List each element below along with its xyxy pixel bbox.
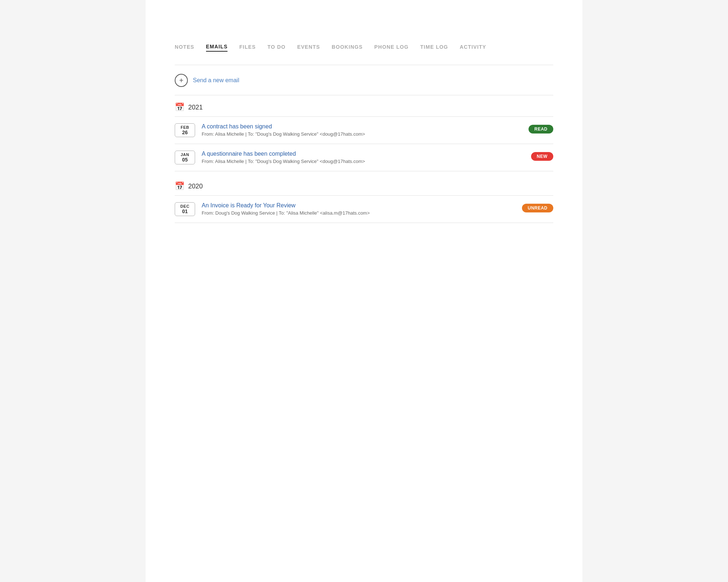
tab-bookings[interactable]: BOOKINGS xyxy=(332,44,363,51)
tab-notes[interactable]: NOTES xyxy=(175,44,194,51)
date-badge: FEB26 xyxy=(175,123,195,137)
tab-emails[interactable]: EMAILS xyxy=(206,44,228,52)
status-badge: READ xyxy=(529,125,553,133)
email-status-badge-wrap: READ xyxy=(529,123,553,133)
email-item[interactable]: FEB26A contract has been signedFrom: Ali… xyxy=(175,117,553,144)
email-content: An Invoice is Ready for Your ReviewFrom:… xyxy=(202,202,515,216)
date-month: JAN xyxy=(181,152,189,157)
tab-timelog[interactable]: TIME LOG xyxy=(420,44,448,51)
date-month: FEB xyxy=(181,125,189,129)
date-badge: DEC01 xyxy=(175,202,195,216)
email-status-badge-wrap: NEW xyxy=(531,151,553,161)
status-badge: UNREAD xyxy=(522,204,553,212)
tab-phonelog[interactable]: PHONE LOG xyxy=(374,44,408,51)
date-day: 01 xyxy=(182,208,188,214)
tab-bar: NOTESEMAILSFILESTO DOEVENTSBOOKINGSPHONE… xyxy=(175,44,553,52)
email-divider xyxy=(175,171,553,171)
year-row-2021: 📅2021 xyxy=(175,103,553,116)
year-section-2020: 📅2020DEC01An Invoice is Ready for Your R… xyxy=(175,174,553,226)
email-subject: A questionnaire has been completed xyxy=(202,151,525,157)
date-day: 05 xyxy=(182,157,188,163)
status-badge: NEW xyxy=(531,152,553,161)
email-subject: A contract has been signed xyxy=(202,123,522,130)
add-email-button[interactable]: + xyxy=(175,74,188,87)
date-badge: JAN05 xyxy=(175,151,195,164)
tab-activity[interactable]: ACTIVITY xyxy=(460,44,486,51)
email-status-badge-wrap: UNREAD xyxy=(522,202,553,212)
date-month: DEC xyxy=(181,204,190,208)
calendar-icon: 📅 xyxy=(175,182,185,191)
year-sections: 📅2021FEB26A contract has been signedFrom… xyxy=(175,95,553,226)
email-item[interactable]: JAN05A questionnaire has been completedF… xyxy=(175,144,553,171)
plus-icon: + xyxy=(179,76,183,85)
email-meta: From: Alisa Michelle | To: "Doug's Dog W… xyxy=(202,159,525,164)
email-meta: From: Alisa Michelle | To: "Doug's Dog W… xyxy=(202,131,522,137)
year-row-2020: 📅2020 xyxy=(175,182,553,195)
tab-files[interactable]: FILES xyxy=(239,44,256,51)
date-day: 26 xyxy=(182,129,188,135)
year-label: 2021 xyxy=(188,104,203,111)
new-email-label[interactable]: Send a new email xyxy=(193,77,239,84)
tab-todo[interactable]: TO DO xyxy=(268,44,286,51)
email-meta: From: Doug's Dog Walking Service | To: "… xyxy=(202,210,515,216)
email-content: A questionnaire has been completedFrom: … xyxy=(202,151,525,164)
year-section-2021: 📅2021FEB26A contract has been signedFrom… xyxy=(175,95,553,174)
tab-events[interactable]: EVENTS xyxy=(297,44,320,51)
year-label: 2020 xyxy=(188,183,203,190)
new-email-row: + Send a new email xyxy=(175,65,553,95)
email-divider xyxy=(175,223,553,223)
page-wrapper: NOTESEMAILSFILESTO DOEVENTSBOOKINGSPHONE… xyxy=(146,0,582,582)
email-content: A contract has been signedFrom: Alisa Mi… xyxy=(202,123,522,137)
email-item[interactable]: DEC01An Invoice is Ready for Your Review… xyxy=(175,196,553,223)
email-subject: An Invoice is Ready for Your Review xyxy=(202,202,515,209)
calendar-icon: 📅 xyxy=(175,103,185,112)
